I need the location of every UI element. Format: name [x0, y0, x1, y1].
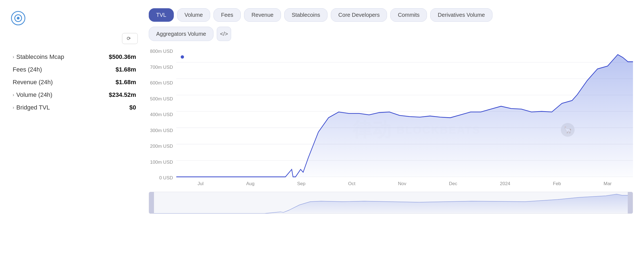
stats-row[interactable]: ›Stablecoins Mcap$500.36m	[11, 51, 138, 63]
y-axis-label: 100m USD	[149, 160, 176, 165]
tab-aggregators-volume[interactable]: Aggregators Volume	[149, 27, 213, 41]
y-axis-label: 300m USD	[149, 128, 176, 133]
x-axis-label: Mar	[604, 181, 611, 187]
stat-value: $500.36m	[92, 51, 138, 63]
stat-value: $0	[92, 101, 138, 114]
logo-inner-circle	[14, 14, 22, 22]
stat-label: ›Stablecoins Mcap	[11, 51, 92, 63]
left-panel: ⟳ ›Stablecoins Mcap$500.36mFees (24h)$1.…	[11, 8, 138, 214]
navigator-right-handle[interactable]	[628, 192, 633, 213]
x-axis-label: Dec	[449, 181, 457, 187]
logo-row	[11, 11, 138, 25]
tab-fees[interactable]: Fees	[213, 8, 240, 22]
tvl-row: ⟳	[11, 33, 138, 44]
stat-label: Fees (24h)	[11, 63, 92, 76]
csv-refresh-icon: ⟳	[127, 35, 131, 42]
stat-label: Revenue (24h)	[11, 76, 92, 89]
stat-expand-icon[interactable]: ›	[13, 105, 14, 110]
right-panel: TVLVolumeFeesRevenueStablecoinsCore Deve…	[149, 8, 633, 214]
navigator-svg	[149, 192, 633, 213]
logo-dot	[17, 17, 20, 20]
tabs-row-1: TVLVolumeFeesRevenueStablecoinsCore Deve…	[149, 8, 633, 22]
x-axis-label: Sep	[297, 181, 305, 187]
x-axis-label: 2024	[500, 181, 510, 187]
tab-commits[interactable]: Commits	[390, 8, 427, 22]
stat-label: ›Bridged TVL	[11, 101, 92, 114]
embed-icon: </>	[220, 31, 228, 37]
tab-stablecoins[interactable]: Stablecoins	[284, 8, 328, 22]
stats-row[interactable]: ›Volume (24h)$234.52m	[11, 89, 138, 101]
stats-row[interactable]: ›Bridged TVL$0	[11, 101, 138, 114]
csv-download-button[interactable]: ⟳	[122, 33, 138, 44]
nav-area	[149, 194, 633, 213]
chart-area: 律动 BLOCKBEATS 🦙 800m USD700m USD600m USD…	[149, 46, 633, 214]
y-axis-label: 800m USD	[149, 49, 176, 54]
x-axis-label: Aug	[246, 181, 255, 187]
chart-inner	[176, 46, 633, 178]
stat-value: $1.68m	[92, 76, 138, 89]
stat-value: $234.52m	[92, 89, 138, 101]
y-axis-label: 700m USD	[149, 65, 176, 70]
y-axis-label: 400m USD	[149, 112, 176, 117]
x-axis-label: Feb	[553, 181, 561, 187]
x-axis-label: Nov	[398, 181, 406, 187]
y-axis-label: 600m USD	[149, 80, 176, 86]
stats-row: Revenue (24h)$1.68m	[11, 76, 138, 89]
stats-table: ›Stablecoins Mcap$500.36mFees (24h)$1.68…	[11, 51, 138, 114]
x-axis-labels: JulAugSepOctNovDec2024FebMar	[176, 179, 633, 189]
chart-svg-wrapper: 800m USD700m USD600m USD500m USD400m USD…	[149, 46, 633, 189]
x-axis-label: Jul	[197, 181, 204, 187]
stats-row: Fees (24h)$1.68m	[11, 63, 138, 76]
tab-volume[interactable]: Volume	[177, 8, 210, 22]
tab-tvl[interactable]: TVL	[149, 8, 174, 22]
y-axis-labels: 800m USD700m USD600m USD500m USD400m USD…	[149, 46, 176, 189]
chart-navigator[interactable]	[149, 192, 633, 214]
tab-derivatives-volume[interactable]: Derivatives Volume	[430, 8, 492, 22]
x-axis-label: Oct	[348, 181, 355, 187]
tab-revenue[interactable]: Revenue	[244, 8, 281, 22]
stat-value: $1.68m	[92, 63, 138, 76]
stat-expand-icon[interactable]: ›	[13, 54, 14, 59]
y-axis-label: 200m USD	[149, 144, 176, 149]
tab-core-developers[interactable]: Core Developers	[331, 8, 387, 22]
stat-expand-icon[interactable]: ›	[13, 92, 14, 97]
embed-button[interactable]: </>	[217, 27, 231, 41]
y-axis-label: 0 USD	[149, 175, 176, 181]
tabs-row-2: Aggregators Volume </>	[149, 27, 633, 41]
chart-svg	[176, 46, 633, 178]
navigator-left-handle[interactable]	[149, 192, 154, 213]
stat-label: ›Volume (24h)	[11, 89, 92, 101]
y-axis-label: 500m USD	[149, 96, 176, 102]
base-logo-icon	[11, 11, 25, 25]
